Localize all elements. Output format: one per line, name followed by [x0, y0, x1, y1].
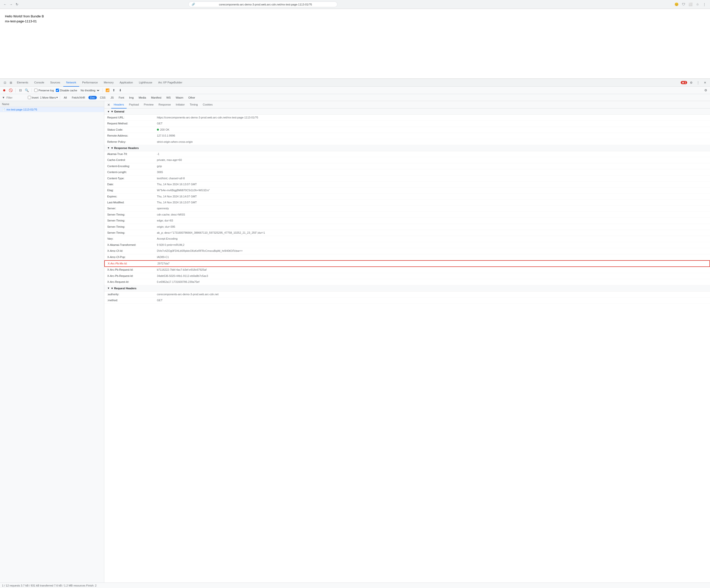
filter-chip-all[interactable]: All — [62, 96, 69, 99]
details-content: ▼ ▼ General Request URL: https://corecom… — [104, 109, 710, 583]
details-tab-timing[interactable]: Timing — [187, 101, 200, 109]
browser-actions: 😊 🛡 ⬜ ☆ ⋮ — [674, 1, 708, 7]
filter-chip-css[interactable]: CSS — [98, 96, 108, 99]
error-badge: ⊗ 1 — [681, 81, 687, 84]
request-headers-section[interactable]: ▼ ▼ Request Headers — [104, 285, 710, 291]
status-dot — [157, 128, 159, 131]
rh-x-arc-pb-mx-id: X-Arc-Pb-Mx-Id: 29727da7 — [104, 260, 710, 267]
devtools-close-btn[interactable]: ✕ — [702, 80, 708, 86]
request-name: mx-test-page-1113-01/?5 — [6, 108, 37, 111]
details-tab-headers[interactable]: Headers — [111, 101, 126, 109]
tab-console[interactable]: Console — [31, 79, 47, 87]
request-row[interactable]: 📄 mx-test-page-1113-01/?5 — [0, 107, 104, 112]
back-button[interactable]: ← — [2, 2, 7, 7]
throttle-select[interactable]: No throttling — [79, 89, 100, 92]
filter-chip-fetchxhr[interactable]: Fetch/XHR — [70, 96, 87, 99]
filter-chip-wasm[interactable]: Wasm — [174, 96, 185, 99]
tab-application[interactable]: Application — [117, 79, 136, 87]
tab-lighthouse[interactable]: Lighthouse — [136, 79, 155, 87]
upload-btn[interactable]: ⬆ — [112, 88, 116, 93]
clear-btn[interactable]: 🚫 — [8, 88, 13, 93]
forward-button[interactable]: → — [8, 2, 14, 7]
network-settings-btn[interactable]: ⚙ — [704, 88, 708, 93]
general-section-header[interactable]: ▼ ▼ General — [104, 109, 710, 115]
rh-last-modified: Last-Modified: Thu, 14 Nov 2024 16:13:07… — [104, 199, 710, 206]
filter-chip-doc[interactable]: Doc — [88, 96, 97, 99]
tab-sources[interactable]: Sources — [47, 79, 63, 87]
tab-performance[interactable]: Performance — [79, 79, 101, 87]
rh-x-amz-cf-pop: X-Amz-Cf-Pop: IAD89-C1 — [104, 254, 710, 260]
details-tab-initiator[interactable]: Initiator — [173, 101, 187, 109]
extension-btn-1[interactable]: 😊 — [674, 1, 680, 7]
page-line1: Hello World! from Bundle B — [5, 14, 705, 19]
filter-chip-media[interactable]: Media — [137, 96, 148, 99]
rh-x-arc-pb-req-id-1: X-Arc-Pb-Request-Id: b7116222-7bbf-4ac7-… — [104, 267, 710, 273]
request-headers-arrow-icon: ▼ — [107, 287, 110, 289]
details-tab-cookies[interactable]: Cookies — [200, 101, 215, 109]
rh-x-arc-pb-req-id-2: X-Arc-Pb-Request-Id: 34afe536-5020-44b1-… — [104, 273, 710, 279]
requests-list: Name 📄 mx-test-page-1113-01/?5 — [0, 101, 104, 583]
rh-akamai-ttl: Akamai-True-Ttl: -1 — [104, 151, 710, 157]
devtools-settings-btn[interactable]: ⚙ — [688, 80, 694, 86]
extension-btn-2[interactable]: 🛡 — [681, 1, 687, 7]
menu-btn[interactable]: ⋮ — [702, 1, 708, 7]
details-tab-response[interactable]: Response — [156, 101, 173, 109]
details-tab-payload[interactable]: Payload — [126, 101, 142, 109]
rh-server-timing-1: Server-Timing: cdn-cache; desc=MISS — [104, 212, 710, 218]
filter-input[interactable] — [6, 96, 26, 99]
filter-chip-font[interactable]: Font — [117, 96, 126, 99]
search-btn[interactable]: 🔍 — [25, 88, 29, 93]
filter-chip-other[interactable]: Other — [186, 96, 197, 99]
devtools-more-btn[interactable]: ⋮ — [695, 80, 701, 86]
download-btn[interactable]: ⬇ — [118, 88, 123, 93]
general-status-row: Status Code: 200 OK — [104, 127, 710, 133]
filter-chip-manifest[interactable]: Manifest — [149, 96, 163, 99]
invert-checkbox[interactable]: Invert — [28, 96, 39, 99]
record-btn[interactable]: ⏺ — [2, 88, 6, 93]
tab-arcxp[interactable]: Arc XP PageBuilder — [155, 79, 185, 87]
address-bar[interactable]: 🔗 corecomponents-arc-demo-3-prod.web.arc… — [188, 1, 337, 7]
rh-x-arc-request-id: X-Arc-Request-Id: 0.e6962a17.1731600786.… — [104, 279, 710, 285]
tab-memory[interactable]: Memory — [101, 79, 117, 87]
network-toolbar: ⏺ 🚫 ⊟ 🔍 Preserve log Disable cache No th… — [0, 87, 710, 94]
general-referrer-row: Referrer Policy: strict-origin-when-cros… — [104, 139, 710, 145]
details-close-btn[interactable]: ✕ — [106, 102, 111, 107]
tab-elements[interactable]: Elements — [14, 79, 31, 87]
extension-btn-3[interactable]: ⬜ — [688, 1, 694, 7]
request-doc-icon: 📄 — [2, 108, 5, 111]
reqh-authority: :authority: corecomponents-arc-demo-3-pr… — [104, 291, 710, 298]
filter-chip-js[interactable]: JS — [109, 96, 115, 99]
devtools-panel: ⊡ ⊞ Elements Console Sources Network Per… — [0, 78, 710, 588]
devtools-inspect-btn[interactable]: ⊞ — [8, 80, 14, 86]
devtools-tabs-bar: ⊡ ⊞ Elements Console Sources Network Per… — [0, 79, 710, 87]
rh-content-encoding: Content-Encoding: gzip — [104, 163, 710, 169]
filter-icon: ▼ — [2, 96, 5, 99]
details-tab-preview[interactable]: Preview — [141, 101, 156, 109]
chevron-down-icon: ▾ — [56, 96, 58, 99]
filter-chip-ws[interactable]: WS — [165, 96, 172, 99]
tab-network[interactable]: Network — [63, 79, 79, 87]
reload-button[interactable]: ↻ — [15, 2, 19, 7]
response-headers-arrow-icon: ▼ — [107, 146, 110, 149]
rh-expires: Expires: Thu, 14 Nov 2024 16:14:07 GMT — [104, 194, 710, 199]
disable-cache-checkbox[interactable]: Disable cache — [56, 89, 77, 92]
rh-server-timing-4: Server-Timing: ak_p; desc="1731600786664… — [104, 230, 710, 236]
preserve-log-checkbox[interactable]: Preserve log — [34, 89, 54, 92]
more-filters-btn[interactable]: 1 More filters ▾ — [40, 96, 58, 99]
rh-server-timing-3: Server-Timing: origin; dur=395 — [104, 224, 710, 230]
bookmark-btn[interactable]: ☆ — [694, 1, 701, 7]
rh-content-length: Content-Length: 3065 — [104, 169, 710, 175]
rh-x-amz-cf-id: X-Amz-Cf-Id: DVe7c4ZOg0FD4Lb5RpktcO6sKeR… — [104, 248, 710, 254]
wifi-icon-btn[interactable]: 📶 — [105, 88, 110, 93]
rh-akamai-transformed: X-Akamai-Transformed: 9 928 0 pmb=mRUM,2 — [104, 242, 710, 248]
page-line2: mx-test-page-1113-01 — [5, 19, 705, 24]
filter-bar: ▼ Invert 1 More filters ▾ All Fetch/XHR … — [0, 94, 710, 101]
rh-vary: Vary: Accept-Encoding — [104, 236, 710, 242]
toolbar-sep-2 — [31, 88, 32, 92]
response-headers-section[interactable]: ▼ ▼ Response Headers — [104, 145, 710, 151]
filter-toggle-btn[interactable]: ⊟ — [18, 88, 23, 93]
filter-chip-img[interactable]: Img — [127, 96, 135, 99]
general-remote-addr-row: Remote Address: 127.0.0.1:9996 — [104, 133, 710, 139]
general-request-url-row: Request URL: https://corecomponents-arc-… — [104, 115, 710, 121]
devtools-sidebar-toggle[interactable]: ⊡ — [2, 80, 8, 86]
